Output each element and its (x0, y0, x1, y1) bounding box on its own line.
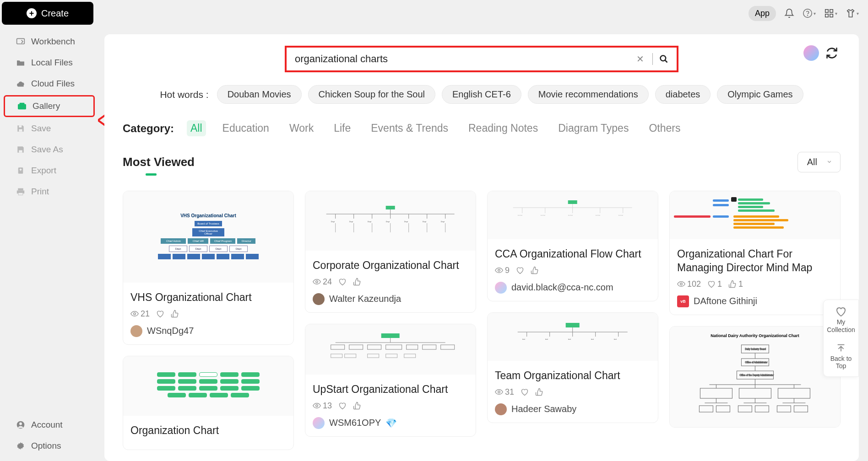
search-icon[interactable] (656, 54, 671, 64)
hotword-pill[interactable]: Olympic Games (717, 85, 803, 104)
svg-rect-116 (755, 406, 769, 412)
card-thumbnail (670, 191, 840, 239)
thumbs-up-icon[interactable] (171, 310, 179, 318)
search-input[interactable] (295, 53, 632, 65)
sidebar-label: Print (31, 187, 49, 197)
gallery-card[interactable]: UpStart Organizational Chart 13 WSM61OPY… (305, 324, 476, 437)
gallery-card[interactable]: texttexttexttexttext Team Organizational… (487, 312, 658, 423)
card-thumbnail (123, 356, 293, 416)
divider (652, 53, 653, 65)
sort-select[interactable]: All (797, 152, 841, 172)
author-avatar (313, 417, 325, 429)
refresh-icon[interactable] (825, 47, 838, 59)
create-button[interactable]: + Create (2, 2, 93, 25)
gallery-card[interactable]: DeptDeptDeptDeptDeptDeptDept Corporate O… (305, 191, 476, 313)
svg-point-90 (680, 283, 683, 285)
heart-icon[interactable] (156, 310, 164, 317)
sidebar-item-workbench[interactable]: Workbench (0, 31, 98, 52)
print-icon (16, 188, 26, 196)
sidebar-item-account[interactable]: Account (0, 414, 98, 435)
svg-point-1 (808, 15, 808, 16)
app-pill[interactable]: App (749, 6, 776, 21)
sidebar-label: Account (31, 420, 63, 430)
author-name: Walter Kazeundja (329, 294, 401, 304)
sidebar-item-save-as[interactable]: Save As (0, 139, 98, 160)
category-tab-work[interactable]: Work (286, 120, 317, 136)
sidebar-item-local-files[interactable]: Local Files (0, 52, 98, 73)
thumbs-up-icon[interactable] (531, 266, 539, 274)
gallery-card[interactable]: VHS Organizational Chart Board of Truste… (123, 191, 294, 345)
svg-rect-11 (19, 150, 22, 153)
svg-rect-53 (407, 345, 418, 349)
svg-rect-115 (738, 406, 752, 412)
chevron-down-icon: ▾ (835, 11, 837, 16)
category-tab-all[interactable]: All (187, 120, 206, 136)
svg-rect-46 (381, 333, 400, 338)
bell-icon[interactable] (784, 8, 794, 18)
card-thumbnail: DeptDeptDeptDeptDeptDeptDept (305, 191, 476, 251)
clear-icon[interactable]: ✕ (632, 54, 649, 64)
card-title: Corporate Organizational Chart (313, 259, 468, 273)
gallery-card[interactable]: text texttext texttext texttext texttext… (487, 191, 658, 301)
thumbs-up-icon[interactable] (535, 388, 543, 396)
hotword-pill[interactable]: diabetes (655, 85, 711, 104)
gallery-icon (17, 102, 27, 110)
workbench-icon (16, 38, 26, 46)
user-avatar[interactable] (803, 45, 819, 61)
author-avatar (130, 325, 142, 337)
thumbs-stat: 1 (728, 279, 743, 289)
views-stat: 9 (495, 266, 510, 275)
svg-rect-3 (830, 10, 833, 12)
svg-rect-58 (368, 354, 379, 358)
svg-text:text text: text text (568, 214, 573, 216)
svg-text:text text: text text (541, 214, 546, 216)
save-as-icon (16, 145, 26, 154)
hotword-pill[interactable]: Douban Movies (217, 85, 302, 104)
sidebar-item-export[interactable]: Export (0, 160, 98, 181)
sidebar-label: Local Files (31, 58, 73, 68)
sidebar-item-print[interactable]: Print (0, 181, 98, 202)
my-collection-label: My Collection (825, 318, 857, 334)
gallery-card[interactable]: Organizational Chart For Managing Direct… (669, 191, 841, 315)
author-avatar (495, 403, 507, 415)
svg-rect-117 (777, 406, 791, 412)
sidebar-item-options[interactable]: Options (0, 435, 98, 456)
views-stat: 13 (313, 401, 332, 411)
author-name: WSM61OPY (329, 418, 381, 428)
help-icon[interactable] (803, 8, 813, 18)
heart-icon[interactable] (338, 278, 347, 285)
sidebar-item-cloud-files[interactable]: Cloud Files (0, 73, 98, 94)
svg-rect-62 (568, 200, 577, 204)
svg-text:Dept: Dept (404, 220, 408, 223)
thumbs-up-icon[interactable] (353, 278, 361, 286)
sidebar-label: Save (31, 123, 51, 134)
category-tab-others[interactable]: Others (645, 120, 684, 136)
back-to-top-button[interactable]: Back to Top (825, 343, 857, 370)
hotword-pill[interactable]: Chicken Soup for the Soul (308, 85, 435, 104)
hotword-pill[interactable]: English CET-6 (442, 85, 521, 104)
svg-text:text text: text text (618, 214, 624, 216)
category-tab-diagram[interactable]: Diagram Types (554, 120, 632, 136)
thumbs-up-icon[interactable] (353, 402, 361, 410)
shirt-icon[interactable] (846, 8, 856, 18)
heart-icon[interactable] (521, 388, 529, 396)
sidebar-label: Workbench (31, 37, 75, 47)
gallery-card[interactable]: Organization Chart (123, 356, 294, 450)
heart-icon[interactable] (338, 402, 347, 409)
card-thumbnail: National Dairy Authority Organizational … (670, 327, 840, 427)
heart-icon[interactable] (516, 267, 524, 274)
apps-grid-icon[interactable] (824, 8, 834, 18)
svg-rect-8 (20, 103, 25, 105)
svg-point-61 (316, 405, 318, 407)
sidebar-item-save[interactable]: Save (0, 118, 98, 139)
category-tab-education[interactable]: Education (219, 120, 273, 136)
category-tab-reading[interactable]: Reading Notes (465, 120, 542, 136)
sidebar-item-gallery[interactable]: Gallery (4, 95, 95, 117)
my-collection-button[interactable]: My Collection (825, 306, 857, 334)
gallery-card[interactable]: National Dairy Authority Organizational … (669, 326, 841, 428)
sidebar-label: Export (31, 166, 56, 176)
hotword-pill[interactable]: Movie recommendations (528, 85, 649, 104)
author-avatar (495, 282, 507, 294)
category-tab-life[interactable]: Life (330, 120, 354, 136)
category-tab-events[interactable]: Events & Trends (367, 120, 452, 136)
